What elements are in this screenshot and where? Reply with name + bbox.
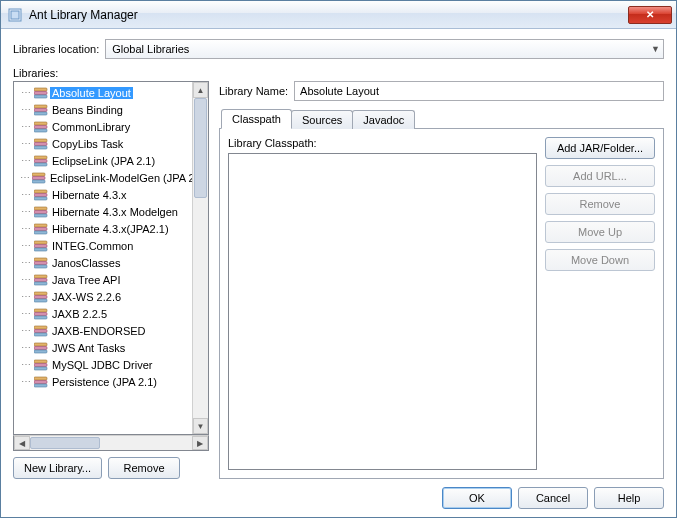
library-icon — [34, 206, 48, 218]
library-icon — [34, 87, 48, 99]
tree-item-label: JAXB-ENDORSED — [50, 325, 148, 337]
svg-rect-55 — [34, 384, 47, 387]
svg-rect-14 — [34, 156, 47, 159]
tree-dash-icon: ⋯ — [20, 138, 32, 149]
svg-rect-33 — [34, 261, 47, 264]
tree-item-label: JAXB 2.2.5 — [50, 308, 109, 320]
location-value: Global Libraries — [112, 43, 189, 55]
tree-item[interactable]: ⋯JAXB 2.2.5 — [14, 305, 192, 322]
tab-classpath[interactable]: Classpath — [221, 109, 292, 129]
window-title: Ant Library Manager — [29, 8, 628, 22]
move-down-button[interactable]: Move Down — [545, 249, 655, 271]
new-library-button[interactable]: New Library... — [13, 457, 102, 479]
scroll-up-arrow-icon[interactable]: ▲ — [193, 82, 208, 98]
tree-dash-icon: ⋯ — [20, 240, 32, 251]
library-icon — [34, 325, 48, 337]
tree-item[interactable]: ⋯INTEG.Common — [14, 237, 192, 254]
tree-item-label: JanosClasses — [50, 257, 122, 269]
tree-dash-icon: ⋯ — [20, 172, 30, 183]
tree-item[interactable]: ⋯CommonLibrary — [14, 118, 192, 135]
tree-item-label: JAX-WS 2.2.6 — [50, 291, 123, 303]
svg-rect-31 — [34, 248, 47, 251]
remove-entry-button[interactable]: Remove — [545, 193, 655, 215]
scroll-down-arrow-icon[interactable]: ▼ — [193, 418, 208, 434]
tree-item[interactable]: ⋯MySQL JDBC Driver — [14, 356, 192, 373]
vertical-scrollbar[interactable]: ▲ ▼ — [192, 82, 208, 434]
scroll-left-arrow-icon[interactable]: ◀ — [14, 436, 30, 450]
location-select[interactable]: Global Libraries ▼ — [105, 39, 664, 59]
library-icon — [34, 104, 48, 116]
tree-item[interactable]: ⋯Java Tree API — [14, 271, 192, 288]
svg-rect-50 — [34, 360, 47, 363]
ok-button[interactable]: OK — [442, 487, 512, 509]
svg-rect-34 — [34, 265, 47, 268]
tree-dash-icon: ⋯ — [20, 189, 32, 200]
library-name-row: Library Name: — [219, 81, 664, 101]
tree-item[interactable]: ⋯JanosClasses — [14, 254, 192, 271]
svg-rect-23 — [34, 207, 47, 210]
tree-item[interactable]: ⋯Beans Binding — [14, 101, 192, 118]
svg-rect-1 — [11, 11, 19, 19]
tree-item[interactable]: ⋯EclipseLink (JPA 2.1) — [14, 152, 192, 169]
svg-rect-25 — [34, 214, 47, 217]
svg-rect-13 — [34, 146, 47, 149]
tree-item[interactable]: ⋯JAXB-ENDORSED — [14, 322, 192, 339]
help-button[interactable]: Help — [594, 487, 664, 509]
scroll-right-arrow-icon[interactable]: ▶ — [192, 436, 208, 450]
svg-rect-37 — [34, 282, 47, 285]
svg-rect-51 — [34, 363, 47, 366]
remove-library-button[interactable]: Remove — [108, 457, 180, 479]
tree-item-label: CopyLibs Task — [50, 138, 125, 150]
tree-item-label: CommonLibrary — [50, 121, 132, 133]
move-up-button[interactable]: Move Up — [545, 221, 655, 243]
tree-dash-icon: ⋯ — [20, 342, 32, 353]
chevron-down-icon: ▼ — [651, 44, 660, 54]
svg-rect-11 — [34, 139, 47, 142]
svg-rect-45 — [34, 329, 47, 332]
svg-rect-2 — [34, 88, 47, 91]
svg-rect-48 — [34, 346, 47, 349]
scroll-track[interactable] — [193, 98, 208, 418]
tree-dash-icon: ⋯ — [20, 376, 32, 387]
add-url-button[interactable]: Add URL... — [545, 165, 655, 187]
tree-item[interactable]: ⋯Absolute Layout — [14, 84, 192, 101]
cancel-button[interactable]: Cancel — [518, 487, 588, 509]
tree-item[interactable]: ⋯JAX-WS 2.2.6 — [14, 288, 192, 305]
tree-item[interactable]: ⋯CopyLibs Task — [14, 135, 192, 152]
svg-rect-4 — [34, 95, 47, 98]
tree-item-label: Beans Binding — [50, 104, 125, 116]
add-jar-button[interactable]: Add JAR/Folder... — [545, 137, 655, 159]
titlebar[interactable]: Ant Library Manager ✕ — [1, 1, 676, 29]
svg-rect-49 — [34, 350, 47, 353]
close-button[interactable]: ✕ — [628, 6, 672, 24]
svg-rect-10 — [34, 129, 47, 132]
tree-item[interactable]: ⋯EclipseLink-ModelGen (JPA 2.1) — [14, 169, 192, 186]
tree-item[interactable]: ⋯Hibernate 4.3.x — [14, 186, 192, 203]
tree-item-label: MySQL JDBC Driver — [50, 359, 154, 371]
library-name-input[interactable] — [294, 81, 664, 101]
svg-rect-39 — [34, 295, 47, 298]
horizontal-scrollbar[interactable]: ◀ ▶ — [13, 435, 209, 451]
library-icon — [34, 376, 48, 388]
tree-item[interactable]: ⋯Persistence (JPA 2.1) — [14, 373, 192, 390]
app-icon — [7, 7, 23, 23]
tree-item-label: Java Tree API — [50, 274, 122, 286]
svg-rect-5 — [34, 105, 47, 108]
libraries-tree[interactable]: ⋯Absolute Layout⋯Beans Binding⋯CommonLib… — [13, 81, 209, 435]
library-icon — [34, 121, 48, 133]
content-area: Libraries location: Global Libraries ▼ L… — [1, 29, 676, 517]
tab-javadoc[interactable]: Javadoc — [352, 110, 415, 129]
svg-rect-28 — [34, 231, 47, 234]
tab-sources[interactable]: Sources — [291, 110, 353, 129]
hscroll-track[interactable] — [30, 436, 192, 450]
tree-dash-icon: ⋯ — [20, 206, 32, 217]
svg-rect-42 — [34, 312, 47, 315]
tree-item[interactable]: ⋯JWS Ant Tasks — [14, 339, 192, 356]
scroll-thumb[interactable] — [194, 98, 207, 198]
classpath-list[interactable] — [228, 153, 537, 470]
svg-rect-26 — [34, 224, 47, 227]
tree-item-label: Hibernate 4.3.x — [50, 189, 129, 201]
tree-item[interactable]: ⋯Hibernate 4.3.x(JPA2.1) — [14, 220, 192, 237]
hscroll-thumb[interactable] — [30, 437, 100, 449]
tree-item[interactable]: ⋯Hibernate 4.3.x Modelgen — [14, 203, 192, 220]
